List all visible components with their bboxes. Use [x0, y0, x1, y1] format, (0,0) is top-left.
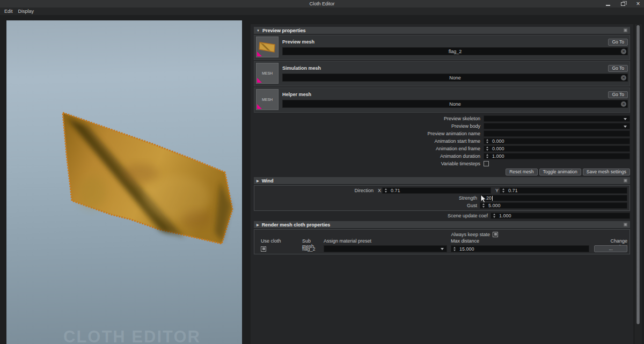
preview-body-dropdown[interactable]	[484, 123, 630, 129]
use-cloth-checkbox[interactable]	[261, 246, 266, 252]
section-title: Wind	[262, 178, 274, 184]
variable-timesteps-label: Variable timesteps	[254, 161, 484, 166]
section-header-wind[interactable]: ▶ Wind	[254, 177, 630, 184]
clear-icon[interactable]: ×	[621, 101, 626, 107]
spinner-icon[interactable]	[500, 188, 507, 193]
animation-start-frame-label: Animation start frame	[254, 138, 484, 144]
save-mesh-settings-button[interactable]: Save mesh settings	[583, 169, 630, 175]
wind-direction-y-value: 0.71	[507, 188, 518, 193]
simulation-mesh-name-value: None	[449, 75, 461, 80]
preview-mesh-thumbnail[interactable]	[256, 36, 279, 57]
flag-mesh-preview	[6, 20, 242, 344]
section-pin-icon[interactable]	[624, 28, 627, 32]
sub-mesh-value: flag_2	[302, 246, 324, 252]
menu-edit[interactable]: Edit	[4, 9, 13, 14]
clear-icon[interactable]: ×	[621, 49, 626, 54]
helper-mesh-name-value: None	[449, 101, 461, 107]
chevron-down-icon	[624, 126, 627, 128]
preview-animation-name-input[interactable]	[484, 130, 630, 137]
close-button[interactable]: ×	[634, 1, 642, 7]
preview-mesh-name-value: flag_2	[449, 49, 462, 54]
viewport-watermark: CLOTH EDITOR	[63, 327, 201, 344]
animation-start-frame-input[interactable]: 0.000	[484, 138, 630, 144]
spinner-icon[interactable]	[484, 139, 491, 143]
preview-mesh-label: Preview mesh	[282, 39, 314, 45]
collapse-open-icon: ▼	[257, 28, 260, 32]
variable-timesteps-checkbox[interactable]	[484, 161, 489, 166]
close-icon: ×	[636, 1, 640, 7]
menu-display[interactable]: Display	[18, 9, 34, 14]
reset-mesh-button[interactable]: Reset mesh	[506, 169, 537, 175]
simulation-mesh-thumbnail[interactable]: MESH	[256, 63, 279, 84]
section-title: Preview properties	[262, 28, 306, 33]
simulation-mesh-name-input[interactable]: None ×	[282, 74, 628, 82]
wind-y-label: Y	[494, 188, 500, 193]
collapse-closed-icon: ▶	[257, 179, 259, 182]
wind-direction-y-input[interactable]: 0.71	[500, 187, 627, 194]
render-table-header: Use cloth Sub mesh Assign material prese…	[257, 238, 627, 245]
assign-material-preset-dropdown[interactable]	[324, 245, 447, 252]
always-keep-state-checkbox[interactable]	[493, 232, 498, 237]
section-header-preview-properties[interactable]: ▼ Preview properties	[254, 27, 630, 34]
viewport-3d[interactable]: CLOTH EDITOR	[6, 20, 242, 344]
preview-mesh-block: Preview mesh Go To flag_2 ×	[254, 35, 630, 60]
helper-mesh-name-input[interactable]: None ×	[282, 100, 628, 108]
animation-duration-input[interactable]: 1.000	[484, 153, 630, 159]
scrollbar-thumb[interactable]	[636, 25, 640, 324]
preview-mesh-name-input[interactable]: flag_2 ×	[282, 47, 628, 55]
preview-skeleton-dropdown[interactable]	[484, 115, 630, 122]
animation-duration-label: Animation duration	[254, 153, 484, 159]
menubar: Edit Display	[0, 8, 644, 15]
collapse-closed-icon: ▶	[257, 223, 259, 226]
clear-icon[interactable]: ×	[621, 75, 626, 80]
spinner-icon[interactable]	[484, 154, 491, 158]
mesh-placeholder-label: MESH	[262, 98, 273, 101]
spinner-icon[interactable]	[451, 247, 458, 251]
animation-end-frame-label: Animation end frame	[254, 146, 484, 151]
minimize-button[interactable]	[604, 1, 612, 7]
section-header-render-mesh[interactable]: ▶ Render mesh cloth properties	[254, 221, 630, 228]
wind-gust-value: 5.000	[487, 203, 501, 208]
maximize-icon	[621, 2, 625, 6]
spinner-icon[interactable]	[480, 203, 487, 208]
max-distance-value: 15.000	[458, 246, 474, 252]
toggle-animation-button[interactable]: Toggle animation	[539, 169, 581, 175]
chevron-down-icon	[441, 248, 444, 250]
section-pin-icon[interactable]	[624, 223, 627, 226]
properties-panel: ▼ Preview properties Preview mesh Go To …	[251, 24, 633, 344]
use-cloth-column-header: Use cloth	[257, 238, 302, 244]
section-pin-icon[interactable]	[624, 179, 627, 182]
always-keep-state-label: Always keep state	[257, 232, 493, 237]
max-distance-input[interactable]: 15.000	[451, 245, 589, 252]
animation-end-frame-value: 0.000	[491, 146, 504, 151]
wind-direction-x-value: 0.71	[389, 188, 400, 193]
assign-material-column-header: Assign material preset	[324, 238, 447, 244]
maximize-button[interactable]	[619, 1, 627, 7]
goto-simulation-mesh-button[interactable]: Go To	[608, 65, 628, 72]
mesh-flag-marker-icon	[257, 104, 262, 109]
wind-strength-label: Strength	[257, 195, 480, 201]
scene-update-coef-input[interactable]: 1.000	[491, 213, 630, 219]
panel-scrollbar[interactable]	[635, 24, 642, 344]
render-mesh-frame: Always keep state Use cloth Sub mesh Ass…	[254, 229, 630, 254]
animation-end-frame-input[interactable]: 0.000	[484, 145, 630, 152]
goto-preview-mesh-button[interactable]: Go To	[608, 39, 628, 46]
wind-direction-x-input[interactable]: 0.71	[382, 187, 491, 194]
text-caret	[492, 196, 493, 201]
max-distance-column-header: Max distance	[451, 238, 589, 244]
minimize-icon	[606, 5, 610, 6]
wind-gust-input[interactable]: 5.000	[480, 202, 627, 209]
simulation-mesh-block: MESH Simulation mesh Go To None ×	[254, 61, 630, 86]
wind-gust-label: Gust	[257, 203, 480, 208]
helper-mesh-thumbnail[interactable]: MESH	[256, 89, 279, 110]
preview-body-label: Preview body	[254, 123, 484, 129]
goto-helper-mesh-button[interactable]: Go To	[608, 91, 628, 98]
spinner-icon[interactable]	[491, 214, 497, 218]
wind-strength-input[interactable]: 20	[480, 195, 627, 201]
spinner-icon[interactable]	[383, 188, 389, 193]
change-parameters-button[interactable]: ...	[594, 245, 627, 252]
scene-update-coef-label: Scene update coef	[254, 213, 491, 218]
spinner-icon[interactable]	[484, 147, 491, 151]
preview-animation-name-label: Preview animation name	[254, 131, 484, 136]
chevron-down-icon	[624, 118, 627, 120]
